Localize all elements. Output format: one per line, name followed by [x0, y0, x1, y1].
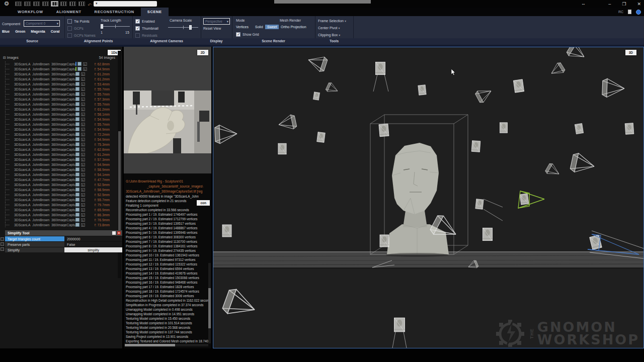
- camera-scale-slider[interactable]: [168, 25, 198, 30]
- thumbnail-checkbox[interactable]: Thumbnail: [135, 26, 158, 31]
- color-button-magenta[interactable]: Magenta: [31, 30, 45, 33]
- solid-button[interactable]: Solid: [253, 25, 265, 29]
- image-row[interactable]: 3DScanLA_JohnBrown_360ImageCaptuLf: 54.9…: [0, 162, 118, 167]
- image-row[interactable]: 3DScanLA_JohnBrown_360ImageCaptuLf: 76.9…: [0, 217, 118, 222]
- simplify-row-value[interactable]: False: [64, 242, 122, 247]
- simplify-button[interactable]: simplify: [64, 247, 122, 252]
- tie-points-checkbox[interactable]: Tie Points: [67, 19, 90, 24]
- dock-icon[interactable]: [1, 247, 4, 251]
- image-row[interactable]: 3DScanLA_JohnBrown_360ImageCaptuLf: 57.3…: [0, 97, 118, 102]
- image-row[interactable]: 3DScanLA_JohnBrown_360ImageCaptuLf: 75.3…: [0, 142, 118, 147]
- close-button[interactable]: ✕: [637, 2, 641, 7]
- simplify-row-value[interactable]: 2000000: [64, 236, 122, 241]
- image-row[interactable]: 3DScanLA_JohnBrown_360ImageCaptuLf: 72.2…: [0, 132, 118, 137]
- image-row[interactable]: 3DScanLA_JohnBrown_360ImageCaptuLf: 57.3…: [0, 157, 118, 162]
- scrollbar-thumb[interactable]: [208, 288, 211, 328]
- clipping-box-dropdown[interactable]: Clipping Box ▾: [318, 33, 340, 37]
- image-row[interactable]: 3DScanLA_JohnBrown_360ImageCaptuLf: 55.7…: [0, 92, 118, 97]
- show-grid-checkbox[interactable]: Show Grid: [236, 32, 259, 37]
- component-dropdown[interactable]: Component 0 ▾: [24, 20, 60, 27]
- scrollbar-thumb[interactable]: [125, 344, 175, 346]
- pin-icon[interactable]: [112, 231, 116, 235]
- image-row[interactable]: 3DScanLA_JohnBrown_360ImageCaptuLf: 54.9…: [0, 127, 118, 132]
- bust-model[interactable]: [386, 143, 449, 257]
- tab-3d-view[interactable]: 3D: [625, 50, 636, 55]
- gcps-checkbox[interactable]: GCPs: [67, 26, 84, 31]
- image-row[interactable]: 3DScanLA_JohnBrown_360ImageCaptuLf: 55.7…: [0, 197, 118, 202]
- center-pivot-dropdown[interactable]: Center Pivot ▾: [318, 26, 340, 30]
- help-globe-icon[interactable]: [636, 10, 641, 15]
- layout-preset-icon-active[interactable]: [51, 2, 58, 6]
- layout-preset-icon[interactable]: [78, 2, 85, 6]
- image-row[interactable]: 3DScanLA_JohnBrown_360ImageCaptuLf: 61.2…: [0, 76, 118, 81]
- 3d-viewport[interactable]: 3D THE GNOMON WORKSHOP: [213, 47, 644, 348]
- resize-arrows-icon[interactable]: ↔: [581, 1, 586, 6]
- image-row[interactable]: 3DScanLA_JohnBrown_360ImageCaptuLf: 55.7…: [0, 102, 118, 107]
- projection-dropdown[interactable]: Perspective ▾: [203, 18, 230, 25]
- layout-preset-icon[interactable]: [60, 2, 67, 6]
- restore-button[interactable]: ❐: [622, 2, 626, 7]
- console-hscrollbar[interactable]: [125, 344, 208, 346]
- close-icon[interactable]: x: [117, 231, 121, 235]
- tab-scene[interactable]: SCENE: [141, 8, 169, 16]
- image-row[interactable]: 3DScanLA_JohnBrown_360ImageCaptuLf: 52.5…: [0, 182, 118, 187]
- selected-camera-green[interactable]: [518, 191, 544, 208]
- image-row[interactable]: 3DScanLA_JohnBrown_360ImageCaptuLf: 73.8…: [0, 222, 118, 227]
- gcps-names-checkbox[interactable]: GCPs Names: [67, 33, 96, 38]
- simplify-row-label[interactable]: Simplify: [5, 247, 64, 252]
- source-photo[interactable]: [124, 90, 211, 153]
- layout-preset-icon[interactable]: [69, 2, 76, 6]
- image-row[interactable]: 3DScanLA_JohnBrown_360ImageCaptuLf: 54.9…: [0, 66, 118, 71]
- document-icon[interactable]: [628, 10, 631, 14]
- layout-preset-icon[interactable]: [24, 2, 31, 6]
- image-row[interactable]: 3DScanLA_JohnBrown_360ImageCaptuLf: 62.8…: [0, 147, 118, 152]
- tab-alignment[interactable]: ALIGNMENT: [50, 8, 88, 16]
- residuals-checkbox[interactable]: Residuals: [135, 33, 157, 38]
- image-row[interactable]: 3DScanLA_JohnBrown_360ImageCaptuLf: 58.9…: [0, 167, 118, 172]
- dock-icon[interactable]: [1, 242, 4, 246]
- image-row[interactable]: 3DScanLA_JohnBrown_360ImageCaptuLf: 54.1…: [0, 172, 118, 177]
- image-row[interactable]: 3DScanLA_JohnBrown_360ImageCaptuLf: 65.9…: [0, 207, 118, 212]
- image-row[interactable]: 3DScanLA_JohnBrown_360ImageCaptuLf: 61.2…: [0, 71, 118, 76]
- frame-selection-dropdown[interactable]: Frame Selection ▾: [318, 19, 346, 23]
- image-row[interactable]: 3DScanLA_JohnBrown_360ImageCaptuLf: 52.5…: [0, 192, 118, 197]
- simplify-tool-header[interactable]: Simplify Tool x: [5, 230, 122, 236]
- layout-preset-icon[interactable]: [15, 2, 22, 6]
- image-row[interactable]: 3DScanLA_JohnBrown_360ImageCaptuLf: 62.8…: [0, 61, 118, 66]
- tab-console[interactable]: con: [197, 200, 210, 206]
- tab-2d-view[interactable]: 2D: [197, 50, 208, 55]
- image-row[interactable]: 3DScanLA_JohnBrown_360ImageCaptuLf: 53.4…: [0, 81, 118, 86]
- image-row[interactable]: 3DScanLA_JohnBrown_360ImageCaptuLf: 61.2…: [0, 107, 118, 112]
- color-button-green[interactable]: Green: [15, 30, 25, 33]
- ortho-projection-button[interactable]: Ortho Projection: [279, 25, 308, 29]
- tab-reconstruction[interactable]: RECONSTRUCTION: [88, 8, 141, 16]
- image-row[interactable]: 3DScanLA_JohnBrown_360ImageCaptuLf: 47.7…: [0, 177, 118, 182]
- simplify-row-label[interactable]: Preserve parts: [5, 242, 64, 247]
- color-button-coral[interactable]: Coral: [51, 30, 60, 33]
- image-row[interactable]: 3DScanLA_JohnBrown_360ImageCaptuLf: 54.9…: [0, 117, 118, 122]
- vertices-button[interactable]: Vertices: [234, 25, 251, 29]
- track-length-slider[interactable]: [101, 24, 130, 29]
- color-button-blue[interactable]: Blue: [2, 30, 10, 33]
- image-row[interactable]: 3DScanLA_JohnBrown_360ImageCaptuLf: 61.2…: [0, 152, 118, 157]
- layout-preset-icon[interactable]: [33, 2, 40, 6]
- image-row[interactable]: 3DScanLA_JohnBrown_360ImageCaptuLf: 58.9…: [0, 187, 118, 192]
- quick-search-input[interactable]: ▾: [94, 1, 157, 7]
- reset-view-button[interactable]: Reset View: [203, 27, 221, 30]
- minimize-button[interactable]: –: [608, 2, 611, 7]
- dock-icon[interactable]: [1, 237, 4, 241]
- slider-handle[interactable]: [101, 24, 103, 29]
- slider-handle[interactable]: [189, 25, 192, 30]
- image-row[interactable]: 3DScanLA_JohnBrown_360ImageCaptuLf: 79.7…: [0, 202, 118, 207]
- scrollbar-thumb[interactable]: [118, 131, 121, 232]
- layout-preset-icon[interactable]: [42, 2, 49, 6]
- image-row[interactable]: 3DScanLA_JohnBrown_360ImageCaptuLf: 58.1…: [0, 112, 118, 117]
- undo-icon[interactable]: ↶: [88, 3, 92, 8]
- image-row[interactable]: 3DScanLA_JohnBrown_360ImageCaptuLf: 86.3…: [0, 212, 118, 217]
- image-row[interactable]: 3DScanLA_JohnBrown_360ImageCaptuLf: 55.7…: [0, 86, 118, 92]
- simplify-row-label[interactable]: Target triangles count: [5, 236, 64, 241]
- image-row[interactable]: 3DScanLA_JohnBrown_360ImageCaptuLf: 55.7…: [0, 122, 118, 127]
- tab-workflow[interactable]: WORKFLOW: [11, 8, 50, 16]
- sweet-button[interactable]: Sweet: [265, 25, 279, 29]
- enabled-checkbox[interactable]: Enabled: [135, 19, 155, 24]
